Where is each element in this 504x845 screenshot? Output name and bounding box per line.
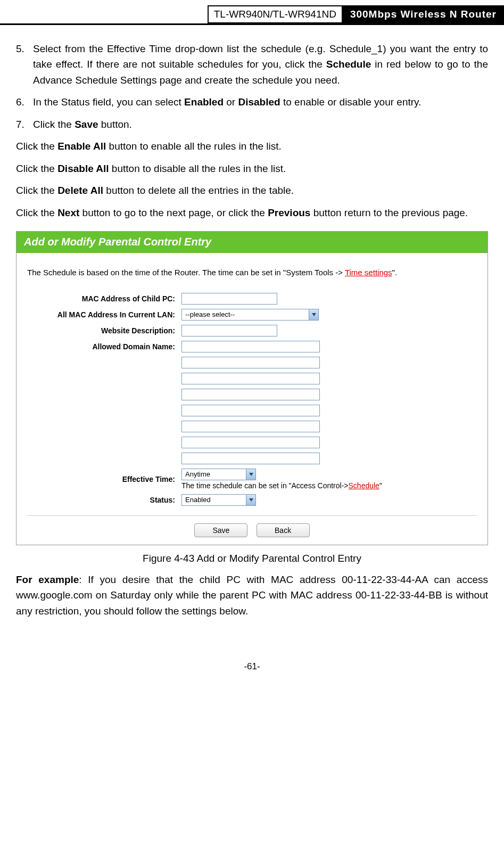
bold: Previous <box>268 207 310 218</box>
row-allowed-8 <box>27 453 477 464</box>
para-disable-all: Click the Disable All button to disable … <box>16 161 488 176</box>
input-allowed-2[interactable] <box>181 357 320 368</box>
step-body: Select from the Effective Time drop-down… <box>33 41 488 88</box>
bold: Delete All <box>57 185 103 196</box>
input-mac-child[interactable] <box>181 293 277 305</box>
label-status: Status: <box>27 496 181 504</box>
time-settings-link[interactable]: Time settings <box>345 268 392 277</box>
step-number: 6. <box>16 94 33 110</box>
text: button to disable all the rules in the l… <box>109 163 286 174</box>
select-text: Enabled <box>182 496 246 504</box>
row-allowed-2 <box>27 357 477 368</box>
figure-note: The Schedule is based on the time of the… <box>27 268 477 277</box>
save-button[interactable]: Save <box>194 523 247 537</box>
select-status[interactable]: Enabled <box>181 494 256 506</box>
row-all-mac: All MAC Address In Current LAN: --please… <box>27 309 477 321</box>
header-spacer <box>0 5 208 23</box>
chevron-down-icon <box>246 469 255 480</box>
text: button return to the previous page. <box>310 207 468 218</box>
bold: Enable All <box>57 141 106 152</box>
example-section: For example: If you desire that the chil… <box>0 572 504 619</box>
select-text: Anytime <box>182 470 246 478</box>
select-all-mac[interactable]: --please select-- <box>181 309 319 321</box>
bold: Schedule <box>326 59 371 70</box>
content: 5. Select from the Effective Time drop-d… <box>0 25 504 220</box>
select-text: --please select-- <box>182 310 309 318</box>
figure-inner: The Schedule is based on the time of the… <box>16 253 488 545</box>
label-allowed: Allowed Domain Name: <box>27 342 181 351</box>
text: button to enable all the rules in the li… <box>106 141 282 152</box>
step-body: In the Status field, you can select Enab… <box>33 94 488 110</box>
input-web-desc[interactable] <box>181 325 277 337</box>
text: In the Status field, you can select <box>33 96 184 108</box>
input-allowed-4[interactable] <box>181 389 320 400</box>
text: to enable or disable your entry. <box>280 96 422 108</box>
model-box: TL-WR940N/TL-WR941ND <box>208 5 343 23</box>
row-web-desc: Website Description: <box>27 325 477 337</box>
step-number: 5. <box>16 41 33 88</box>
bold: Enabled <box>184 96 224 108</box>
row-allowed-7 <box>27 437 477 448</box>
input-allowed-8[interactable] <box>181 453 320 464</box>
row-allowed-6 <box>27 421 477 432</box>
input-allowed-1[interactable] <box>181 341 320 352</box>
figure-screenshot: Add or Modify Parental Control Entry The… <box>16 231 488 545</box>
row-allowed-1: Allowed Domain Name: <box>27 341 477 352</box>
chevron-down-icon <box>246 495 255 505</box>
text: Click the <box>16 141 57 152</box>
para-next-prev: Click the Next button to go to the next … <box>16 205 488 220</box>
chevron-down-icon <box>309 309 318 320</box>
title-box: 300Mbps Wireless N Router <box>343 5 504 23</box>
select-effective-time[interactable]: Anytime <box>181 469 256 480</box>
back-button[interactable]: Back <box>257 523 310 537</box>
figure-title-bar: Add or Modify Parental Control Entry <box>16 232 488 253</box>
input-allowed-5[interactable] <box>181 405 320 416</box>
label-all-mac: All MAC Address In Current LAN: <box>27 310 181 319</box>
step-6: 6. In the Status field, you can select E… <box>16 94 488 110</box>
text: : If you desire that the child PC with M… <box>16 574 488 617</box>
text: or <box>224 96 238 108</box>
para-enable-all: Click the Enable All button to enable al… <box>16 138 488 154</box>
page-number: -61- <box>0 661 504 683</box>
text: Click the <box>16 163 57 174</box>
button-row: Save Back <box>27 515 477 545</box>
text: The time schedule can be set in "Access … <box>181 481 349 490</box>
row-allowed-4 <box>27 389 477 400</box>
effective-time-hint: The time schedule can be set in "Access … <box>181 481 382 490</box>
label-eff-time: Effective Time: <box>27 475 181 483</box>
row-effective-time: Effective Time: Anytime The time schedul… <box>27 469 477 490</box>
step-number: 7. <box>16 117 33 132</box>
row-mac-child: MAC Address of Child PC: <box>27 293 477 305</box>
bold: Next <box>57 207 79 218</box>
page-header: TL-WR940N/TL-WR941ND 300Mbps Wireless N … <box>0 5 504 25</box>
text: " <box>379 481 382 490</box>
bold: Disabled <box>238 96 280 108</box>
bold: For example <box>16 574 79 585</box>
text: button to go to the next page, or click … <box>79 207 268 218</box>
text: Click the <box>16 185 57 196</box>
schedule-link[interactable]: Schedule <box>349 481 379 490</box>
input-allowed-7[interactable] <box>181 437 320 448</box>
label-mac-child: MAC Address of Child PC: <box>27 294 181 303</box>
row-status: Status: Enabled <box>27 494 477 506</box>
input-allowed-6[interactable] <box>181 421 320 432</box>
label-web-desc: Website Description: <box>27 326 181 335</box>
row-allowed-5 <box>27 405 477 416</box>
example-para: For example: If you desire that the chil… <box>16 572 488 619</box>
step-5: 5. Select from the Effective Time drop-d… <box>16 41 488 88</box>
text: ". <box>392 268 398 277</box>
text: button. <box>98 119 132 130</box>
text: Click the <box>33 119 75 130</box>
step-7: 7. Click the Save button. <box>16 117 488 132</box>
step-body: Click the Save button. <box>33 117 488 132</box>
bold: Save <box>75 119 98 130</box>
text: button to delete all the entries in the … <box>103 185 294 196</box>
row-allowed-3 <box>27 373 477 384</box>
bold: Disable All <box>57 163 109 174</box>
para-delete-all: Click the Delete All button to delete al… <box>16 183 488 198</box>
figure-caption: Figure 4-43 Add or Modify Parental Contr… <box>0 553 504 564</box>
text: The Schedule is based on the time of the… <box>27 268 345 277</box>
text: Click the <box>16 207 57 218</box>
input-allowed-3[interactable] <box>181 373 320 384</box>
